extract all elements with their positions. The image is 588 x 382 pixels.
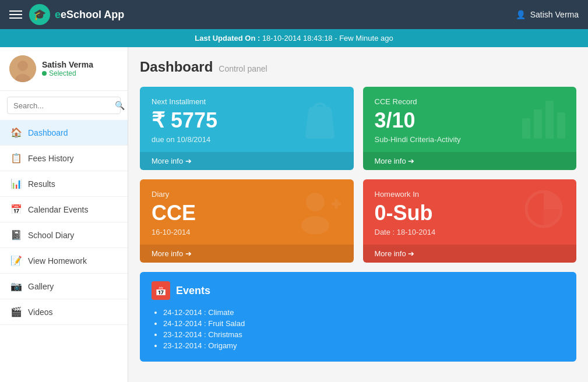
svg-point-3: [17, 61, 28, 71]
page-header: Dashboard Control panel: [140, 59, 576, 75]
search-input[interactable]: [13, 101, 111, 110]
profile-status: Selected: [42, 69, 93, 77]
top-navbar: 🎓 eeSchool App 👤 Satish Verma: [0, 0, 588, 29]
sidebar-item-label: Videos: [28, 307, 53, 317]
installment-label: Next Installment: [152, 97, 342, 106]
list-item: 23-12-2014 : Christmas: [163, 330, 565, 339]
list-item: 23-12-2014 : Origamy: [163, 341, 565, 350]
hamburger-menu[interactable]: [9, 10, 22, 19]
content-area: Dashboard Control panel Next Installment…: [128, 47, 588, 382]
gallery-icon: 📷: [10, 281, 22, 292]
profile-info: Satish Verma Selected: [42, 60, 93, 77]
update-datetime: 18-10-2014 18:43:18: [262, 34, 333, 43]
avatar: [9, 55, 36, 82]
events-card: 📅 Events 24-12-2014 : Climate 24-12-2014…: [140, 272, 576, 362]
videos-icon: 🎬: [10, 306, 22, 317]
brand-name: eeSchool App: [55, 9, 124, 21]
sidebar-item-label: Calendar Events: [28, 205, 89, 214]
homework-card: Homework In 0-Sub Date : 18-10-2014 More…: [363, 179, 577, 263]
events-calendar-icon: 📅: [152, 281, 170, 300]
dashboard-icon: 🏠: [10, 127, 22, 138]
page-subtitle: Control panel: [219, 64, 267, 73]
sidebar-item-dashboard[interactable]: 🏠 Dashboard: [0, 120, 128, 146]
navbar-left: 🎓 eeSchool App: [9, 4, 124, 25]
calendar-icon: 📅: [10, 204, 22, 215]
svg-rect-7: [545, 101, 554, 139]
events-list: 24-12-2014 : Climate 24-12-2014 : Fruit …: [152, 308, 565, 350]
search-box[interactable]: 🔍: [7, 97, 121, 114]
cce-record-card: CCE Record 3/10 Sub-Hindi Criteria-Activ…: [363, 87, 577, 170]
page-title: Dashboard: [140, 59, 213, 75]
cce-more-info[interactable]: More info ➔: [363, 152, 577, 170]
user-icon: 👤: [516, 10, 526, 19]
sidebar-item-view-homework[interactable]: 📝 View Homework: [0, 248, 128, 274]
navbar-username: Satish Verma: [530, 10, 579, 19]
sidebar-item-label: School Diary: [28, 231, 74, 240]
brand: 🎓 eeSchool App: [29, 4, 124, 25]
diary-card: Diary CCE 16-10-2014 More info ➔: [140, 179, 354, 263]
list-item: 24-12-2014 : Climate: [163, 308, 565, 317]
installment-card: Next Installment ₹ 5775 due on 10/8/2014…: [140, 87, 354, 170]
diary-more-info[interactable]: More info ➔: [140, 245, 354, 263]
sidebar-item-gallery[interactable]: 📷 Gallery: [0, 274, 128, 299]
list-item: 24-12-2014 : Fruit Salad: [163, 319, 565, 328]
sidebar-item-calendar-events[interactable]: 📅 Calendar Events: [0, 197, 128, 222]
status-dot: [42, 71, 47, 76]
diary-nav-icon: 📓: [10, 229, 22, 240]
update-bar: Last Updated On : 18-10-2014 18:43:18 - …: [0, 29, 588, 47]
diary-label: Diary: [152, 190, 342, 199]
cards-grid: Next Installment ₹ 5775 due on 10/8/2014…: [140, 87, 576, 263]
results-icon: 📊: [10, 178, 22, 189]
sidebar-item-label: Gallery: [28, 282, 54, 291]
sidebar-item-school-diary[interactable]: 📓 School Diary: [0, 222, 128, 248]
sidebar-item-label: Results: [28, 179, 55, 189]
fees-icon: 📋: [10, 153, 22, 164]
svg-rect-6: [534, 109, 542, 139]
search-icon[interactable]: 🔍: [115, 101, 125, 110]
update-prefix: Last Updated On :: [195, 34, 260, 43]
profile-name: Satish Verma: [42, 60, 93, 69]
svg-text:🎓: 🎓: [33, 8, 47, 21]
main-layout: Satish Verma Selected 🔍 🏠 Dashboard 📋 Fe…: [0, 47, 588, 382]
sidebar-item-label: Fees History: [28, 154, 74, 163]
homework-more-info[interactable]: More info ➔: [363, 245, 577, 263]
sidebar-item-videos[interactable]: 🎬 Videos: [0, 299, 128, 325]
sidebar-item-label: Dashboard: [28, 128, 68, 137]
events-title: Events: [176, 285, 210, 297]
brand-logo: 🎓: [29, 4, 50, 25]
cce-label: CCE Record: [375, 97, 565, 106]
homework-label: Homework In: [375, 190, 565, 199]
sidebar-item-label: View Homework: [28, 256, 87, 266]
sidebar-item-results[interactable]: 📊 Results: [0, 171, 128, 197]
update-suffix: - Few Minute ago: [335, 34, 393, 43]
diary-sub: 16-10-2014: [152, 228, 342, 236]
sidebar: Satish Verma Selected 🔍 🏠 Dashboard 📋 Fe…: [0, 47, 128, 382]
sidebar-profile: Satish Verma Selected: [0, 47, 128, 91]
homework-nav-icon: 📝: [10, 255, 22, 266]
sidebar-item-fees-history[interactable]: 📋 Fees History: [0, 146, 128, 171]
installment-more-info[interactable]: More info ➔: [140, 152, 354, 170]
cce-sub: Sub-Hindi Criteria-Activity: [375, 135, 565, 144]
homework-sub: Date : 18-10-2014: [375, 228, 565, 236]
events-header: 📅 Events: [152, 281, 565, 300]
installment-sub: due on 10/8/2014: [152, 135, 342, 144]
navbar-right: 👤 Satish Verma: [516, 10, 579, 19]
